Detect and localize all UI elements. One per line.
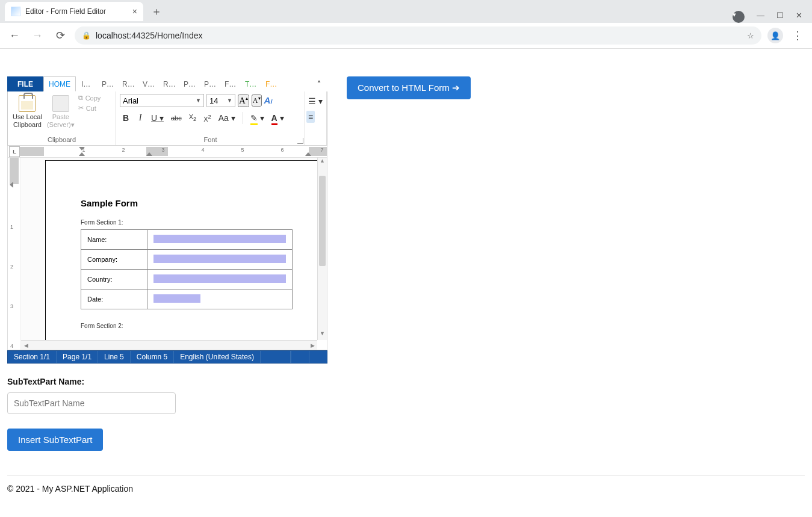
subtextpart-name-input[interactable] (7, 392, 176, 414)
tab-truncated[interactable]: F… (260, 76, 280, 91)
table-row[interactable]: Country: (81, 270, 293, 289)
cut-button[interactable]: ✂Cut (78, 104, 101, 112)
browser-chrome: Editor - Form Field Editor × ＋ ▾ — ☐ ✕ ←… (0, 0, 812, 49)
copy-label: Copy (85, 94, 101, 102)
page-surface[interactable]: Sample Form Form Section 1: Name:Company… (45, 160, 327, 350)
change-case-button[interactable]: Aa ▾ (216, 112, 238, 124)
form-field-input[interactable] (153, 255, 286, 263)
status-column: Column 5 (131, 351, 174, 363)
ribbon-collapse-icon[interactable]: ˄ (311, 76, 327, 91)
subtextpart-label: SubTextPart Name: (7, 377, 805, 386)
titlebar: Editor - Form Field Editor × ＋ ▾ — ☐ ✕ (0, 0, 812, 23)
section2-label: Form Section 2: (81, 323, 293, 329)
ruler-tick: 3 (161, 147, 164, 153)
status-line: Line 5 (98, 351, 131, 363)
highlight-color-button[interactable]: ✎ ▾ (248, 112, 267, 124)
ruler-tick: 1 (82, 147, 85, 153)
close-window-icon[interactable]: ✕ (796, 11, 802, 23)
tab-truncated[interactable]: T… (240, 76, 260, 91)
scroll-left-icon[interactable]: ◀ (21, 341, 31, 350)
shrink-font-button[interactable]: A▾ (252, 94, 262, 107)
paste-icon (52, 95, 69, 112)
subscript-button[interactable]: X2 (187, 112, 199, 123)
window-controls: ▾ — ☐ ✕ (723, 11, 812, 23)
maximize-icon[interactable]: ☐ (776, 11, 784, 23)
font-name-combo[interactable]: Arial ▼ (120, 94, 204, 107)
favicon-icon (11, 7, 20, 16)
status-language: English (United States) (174, 351, 261, 363)
font-size-combo[interactable]: 14 ▼ (206, 94, 235, 107)
vertical-scrollbar[interactable]: ▲ ▼ (317, 158, 327, 340)
browser-tab[interactable]: Editor - Form Field Editor × (5, 2, 143, 21)
horizontal-ruler[interactable]: L 1234567 (7, 146, 327, 158)
table-row[interactable]: Company: (81, 250, 293, 270)
form-field-input[interactable] (153, 294, 200, 303)
profile-avatar[interactable]: 👤 (767, 28, 783, 43)
ribbon-group-paragraph-label (305, 134, 326, 145)
ruler-corner[interactable]: L (9, 146, 20, 157)
document-viewport[interactable]: Sample Form Form Section 1: Name:Company… (21, 158, 327, 350)
superscript-button[interactable]: X2 (201, 113, 213, 124)
new-tab-button[interactable]: ＋ (148, 3, 165, 20)
clipboard-icon (19, 95, 36, 112)
bookmark-star-icon[interactable]: ☆ (747, 31, 754, 40)
insert-subtextpart-button[interactable]: Insert SubTextPart (7, 429, 103, 451)
grow-font-button[interactable]: A▴ (238, 94, 249, 107)
tab-truncated[interactable]: I… (76, 76, 96, 91)
bold-button[interactable]: B (120, 112, 132, 124)
vertical-ruler[interactable]: 1234 (8, 158, 21, 350)
ruler-tick: 2 (10, 264, 13, 270)
address-bar[interactable]: 🔒 localhost:44325/Home/Index ☆ (75, 26, 761, 45)
scroll-down-icon[interactable]: ▼ (318, 330, 327, 340)
scroll-up-icon[interactable]: ▲ (318, 158, 327, 167)
italic-button[interactable]: I (134, 112, 146, 124)
form-field-label: Date: (81, 289, 147, 309)
underline-button[interactable]: U ▾ (149, 112, 166, 124)
form-field-label: Country: (81, 270, 147, 289)
tab-truncated[interactable]: R… (117, 76, 137, 91)
font-color-button[interactable]: A ▾ (269, 112, 287, 124)
convert-to-html-button[interactable]: Convert to HTML Form ➔ (347, 76, 471, 99)
ruler-tick: 4 (201, 147, 204, 153)
font-size-value: 14 (209, 96, 225, 105)
form-field-input[interactable] (153, 274, 286, 283)
align-left-button[interactable]: ≡ (306, 111, 315, 123)
table-row[interactable]: Date: (81, 289, 293, 309)
form-field-input[interactable] (153, 235, 286, 243)
back-button[interactable]: ← (6, 27, 23, 44)
menu-kebab-icon[interactable]: ⋮ (789, 27, 806, 44)
form-field-label: Company: (81, 250, 147, 270)
scroll-right-icon[interactable]: ▶ (308, 341, 317, 350)
tab-truncated[interactable]: R… (158, 76, 178, 91)
copy-button[interactable]: ⧉Copy (78, 94, 101, 102)
paste-server-label: Paste (Server)▾ (47, 113, 75, 128)
ruler-tick: 6 (280, 147, 284, 153)
dialog-launcher-icon[interactable] (297, 138, 303, 144)
minimize-icon[interactable]: — (757, 11, 764, 23)
close-tab-icon[interactable]: × (132, 7, 137, 16)
account-chevron-icon[interactable]: ▾ (733, 11, 745, 23)
vscroll-thumb[interactable] (319, 176, 326, 266)
ribbon-group-font-label: Font (116, 134, 305, 145)
table-row[interactable]: Name: (81, 230, 293, 250)
forward-button[interactable]: → (29, 27, 46, 44)
paste-server-button[interactable]: Paste (Server)▾ (46, 94, 76, 129)
divider (7, 475, 805, 475)
lock-icon: 🔒 (82, 31, 91, 40)
tab-truncated[interactable]: F… (219, 76, 240, 91)
reload-button[interactable]: ⟳ (52, 27, 69, 44)
tab-truncated[interactable]: P… (199, 76, 219, 91)
text-editor: FILE HOME I…P…R…V…R…P…P…F…T…F… ˄ Use Loc… (7, 76, 327, 364)
tab-truncated[interactable]: V… (137, 76, 158, 91)
ribbon: Use Local Clipboard Paste (Server)▾ ⧉Cop… (7, 91, 327, 146)
tab-truncated[interactable]: P… (178, 76, 199, 91)
strikethrough-button[interactable]: abc (169, 113, 184, 123)
bullets-button[interactable]: ☰ ▾ (306, 95, 324, 107)
tab-home[interactable]: HOME (43, 76, 76, 91)
form-table[interactable]: Name:Company:Country:Date: (81, 229, 293, 309)
use-local-clipboard-button[interactable]: Use Local Clipboard (11, 94, 43, 129)
clear-format-button[interactable]: Aᵢ (264, 95, 273, 106)
tab-file[interactable]: FILE (7, 76, 43, 91)
horizontal-scrollbar[interactable]: ◀ ▶ (21, 340, 317, 350)
tab-truncated[interactable]: P… (96, 76, 117, 91)
